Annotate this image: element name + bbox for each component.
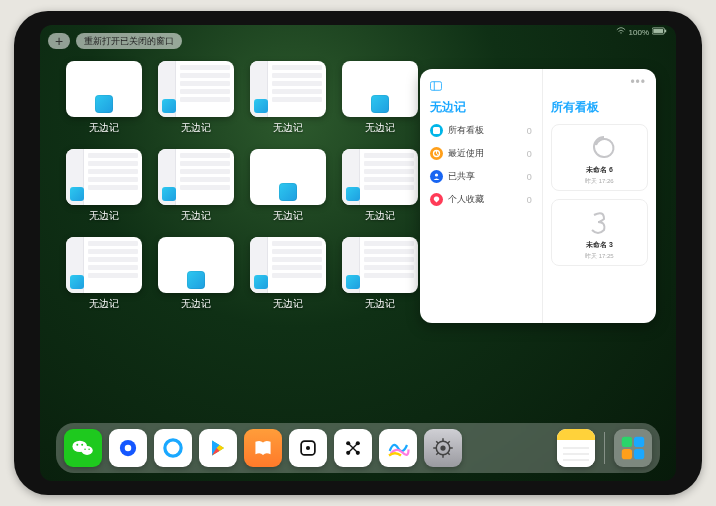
board-card[interactable]: 未命名 3昨天 17:25 xyxy=(551,199,648,266)
svg-line-34 xyxy=(448,453,450,455)
app-label: 无边记 xyxy=(89,297,119,311)
app-label: 无边记 xyxy=(273,121,303,135)
svg-point-17 xyxy=(125,445,132,452)
wechat-icon[interactable] xyxy=(64,429,102,467)
battery-text: 100% xyxy=(629,28,649,37)
settings-icon[interactable] xyxy=(424,429,462,467)
app-label: 无边记 xyxy=(89,121,119,135)
preview-content-title: 所有看板 xyxy=(551,99,648,116)
app-thumbnail xyxy=(342,149,418,205)
svg-point-18 xyxy=(165,440,181,456)
browser-blue-icon[interactable] xyxy=(109,429,147,467)
sidebar-item-count: 0 xyxy=(527,195,532,205)
sidebar-item-label: 已共享 xyxy=(448,170,475,183)
svg-rect-45 xyxy=(634,449,644,459)
svg-point-13 xyxy=(81,444,83,446)
app-card[interactable]: 无边记 xyxy=(342,237,418,311)
app-card[interactable]: 无边记 xyxy=(66,237,142,311)
board-name: 未命名 6 xyxy=(586,165,613,175)
app-card[interactable]: 无边记 xyxy=(250,61,326,135)
sidebar-item-label: 所有看板 xyxy=(448,124,484,137)
svg-rect-37 xyxy=(557,429,595,440)
category-icon xyxy=(430,193,443,206)
category-icon xyxy=(430,147,443,160)
app-card[interactable]: 无边记 xyxy=(342,149,418,223)
svg-rect-5 xyxy=(433,127,440,134)
sidebar-item-label: 个人收藏 xyxy=(448,193,484,206)
svg-rect-3 xyxy=(430,82,441,91)
app-thumbnail xyxy=(66,149,142,205)
svg-rect-1 xyxy=(653,29,663,33)
app-label: 无边记 xyxy=(181,121,211,135)
app-thumbnail xyxy=(158,61,234,117)
more-icon[interactable]: ••• xyxy=(630,75,646,89)
status-bar: 100% xyxy=(616,25,668,39)
svg-point-20 xyxy=(306,446,310,450)
svg-point-11 xyxy=(81,446,92,455)
app-card[interactable]: 无边记 xyxy=(250,237,326,311)
app-card[interactable]: 无边记 xyxy=(66,61,142,135)
dice-icon[interactable] xyxy=(289,429,327,467)
app-card[interactable]: 无边记 xyxy=(158,237,234,311)
board-card[interactable]: 未命名 6昨天 17:26 xyxy=(551,124,648,191)
notes-icon[interactable] xyxy=(557,429,595,467)
reopen-closed-window-button[interactable]: 重新打开已关闭的窗口 xyxy=(76,33,182,49)
dock xyxy=(56,423,660,473)
app-thumbnail xyxy=(250,237,326,293)
app-thumbnail xyxy=(158,237,234,293)
app-card[interactable]: 无边记 xyxy=(250,149,326,223)
svg-line-8 xyxy=(437,154,439,156)
sidebar-item[interactable]: 已共享0 xyxy=(430,170,532,183)
app-card[interactable]: 无边记 xyxy=(66,149,142,223)
app-label: 无边记 xyxy=(365,297,395,311)
preview-sidebar-title: 无边记 xyxy=(430,99,532,116)
app-library-icon[interactable] xyxy=(614,429,652,467)
svg-point-14 xyxy=(84,448,86,450)
app-label: 无边记 xyxy=(273,209,303,223)
freeform-icon[interactable] xyxy=(379,429,417,467)
category-icon xyxy=(430,124,443,137)
battery-icon xyxy=(652,27,668,37)
board-thumbnail xyxy=(580,129,618,163)
quark-icon[interactable] xyxy=(154,429,192,467)
app-switcher-grid: 无边记无边记无边记无边记无边记无边记无边记无边记无边记无边记无边记无边记 xyxy=(66,61,412,413)
ipad-frame: 100% + 重新打开已关闭的窗口 无边记无边记无边记无边记无边记无边记无边记无… xyxy=(14,11,702,495)
new-window-button[interactable]: + xyxy=(48,33,70,49)
app-card[interactable]: 无边记 xyxy=(158,149,234,223)
svg-line-35 xyxy=(448,441,450,443)
app-label: 无边记 xyxy=(181,297,211,311)
svg-line-36 xyxy=(436,453,438,455)
top-controls: + 重新打开已关闭的窗口 xyxy=(48,33,182,49)
app-label: 无边记 xyxy=(181,209,211,223)
svg-line-33 xyxy=(436,441,438,443)
app-label: 无边记 xyxy=(89,209,119,223)
app-thumbnail xyxy=(250,149,326,205)
svg-point-28 xyxy=(440,445,445,450)
books-icon[interactable] xyxy=(244,429,282,467)
preview-sidebar-toolbar xyxy=(430,79,532,93)
board-date: 昨天 17:26 xyxy=(585,177,614,186)
screen: 100% + 重新打开已关闭的窗口 无边记无边记无边记无边记无边记无边记无边记无… xyxy=(40,25,676,481)
svg-point-12 xyxy=(76,444,78,446)
svg-rect-43 xyxy=(634,437,644,447)
sidebar-icon xyxy=(430,81,442,91)
app-thumbnail xyxy=(250,61,326,117)
app-label: 无边记 xyxy=(273,297,303,311)
preview-sidebar: 无边记 所有看板0最近使用0已共享0个人收藏0 xyxy=(420,69,543,323)
category-icon xyxy=(430,170,443,183)
sidebar-item-label: 最近使用 xyxy=(448,147,484,160)
board-name: 未命名 3 xyxy=(586,240,613,250)
svg-rect-42 xyxy=(622,437,632,447)
app-card[interactable]: 无边记 xyxy=(342,61,418,135)
app-label: 无边记 xyxy=(365,209,395,223)
share-graph-icon[interactable] xyxy=(334,429,372,467)
board-date: 昨天 17:25 xyxy=(585,252,614,261)
app-thumbnail xyxy=(66,61,142,117)
app-label: 无边记 xyxy=(365,121,395,135)
sidebar-item[interactable]: 个人收藏0 xyxy=(430,193,532,206)
play-store-icon[interactable] xyxy=(199,429,237,467)
sidebar-item[interactable]: 最近使用0 xyxy=(430,147,532,160)
app-card[interactable]: 无边记 xyxy=(158,61,234,135)
sidebar-item[interactable]: 所有看板0 xyxy=(430,124,532,137)
active-window-preview[interactable]: ••• 无边记 所有看板0最近使用0已共享0个人收藏0 所有看板 未命名 6昨天… xyxy=(420,69,656,323)
